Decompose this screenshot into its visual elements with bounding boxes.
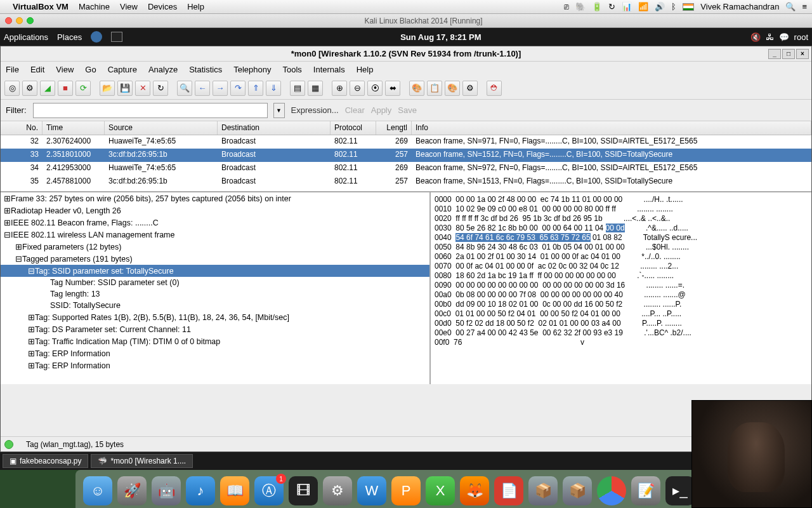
expression-button[interactable]: Expression... — [291, 105, 339, 115]
expand-icon[interactable]: ⊞ — [3, 206, 11, 215]
packet-bytes[interactable]: 0000 00 00 1a 00 2f 48 00 00 ec 74 1b 11… — [431, 192, 811, 384]
ws-menu-capture[interactable]: Capture — [108, 65, 137, 74]
expert-info-icon[interactable] — [4, 440, 13, 449]
timemachine-icon[interactable]: ↻ — [608, 2, 615, 11]
clock[interactable]: Sun Aug 17, 8:21 PM — [131, 32, 750, 42]
firefox-icon[interactable]: 🦊 — [460, 476, 489, 505]
autoscroll-button[interactable]: ▦ — [308, 81, 323, 96]
ibooks-icon[interactable]: 📖 — [220, 476, 249, 505]
chat-icon[interactable]: 💬 — [779, 32, 789, 42]
zoom-out-button[interactable]: ⊖ — [350, 81, 365, 96]
volume-mute-icon[interactable]: 🔇 — [750, 32, 761, 42]
ws-menu-edit[interactable]: Edit — [30, 65, 44, 74]
col-info[interactable]: Info — [412, 121, 811, 135]
powerpoint-icon[interactable]: P — [391, 476, 421, 505]
flag-icon[interactable] — [683, 3, 694, 11]
automator-icon[interactable]: 🤖 — [152, 476, 181, 505]
volume-icon[interactable]: 🔊 — [655, 2, 665, 11]
expand-icon[interactable]: ⊞ — [27, 337, 35, 346]
reload-button[interactable]: ↻ — [153, 81, 168, 96]
help-button[interactable]: ⛑ — [487, 81, 502, 96]
ws-minimize-button[interactable]: _ — [768, 49, 781, 59]
packet-list[interactable]: No. Time Source Destination Protocol Len… — [1, 121, 811, 192]
forward-button[interactable]: → — [213, 81, 228, 96]
places-menu[interactable]: Places — [57, 32, 82, 42]
expand-icon[interactable]: ⊞ — [3, 218, 11, 227]
bluetooth-icon[interactable]: ᛒ — [671, 2, 676, 11]
ws-menu-analyze[interactable]: Analyze — [148, 65, 178, 74]
minimize-button[interactable] — [16, 17, 23, 24]
zoom-reset-button[interactable]: ⦿ — [367, 81, 383, 96]
goto-button[interactable]: ↷ — [230, 81, 246, 96]
virtualbox-icon[interactable]: 📦 — [528, 476, 558, 505]
chrome-icon[interactable] — [597, 476, 626, 505]
terminal-app-icon[interactable]: ▸_ — [665, 476, 695, 505]
sysprefs-icon[interactable]: ⚙ — [323, 476, 352, 505]
back-button[interactable]: ← — [195, 81, 210, 96]
start-button[interactable]: ◢ — [40, 81, 55, 96]
close-button[interactable] — [5, 17, 12, 24]
ws-menu-help[interactable]: Help — [357, 65, 374, 74]
packet-row[interactable]: 332.3518010003c:df:bd:26:95:1bBroadcast8… — [1, 149, 811, 162]
menu-machine[interactable]: Machine — [79, 2, 110, 11]
menu-app[interactable]: VirtualBox VM — [13, 2, 69, 11]
filter-input[interactable] — [33, 103, 268, 118]
applications-menu[interactable]: Applications — [4, 32, 48, 42]
collapse-icon[interactable]: ⊟ — [3, 230, 11, 239]
col-dest[interactable]: Destination — [218, 121, 331, 135]
packet-details[interactable]: ⊞Frame 33: 257 bytes on wire (2056 bits)… — [1, 192, 431, 384]
last-button[interactable]: ⇓ — [266, 81, 281, 96]
kali-user[interactable]: root — [794, 32, 808, 42]
colorize-button[interactable]: ▤ — [290, 81, 305, 96]
menu-devices[interactable]: Devices — [148, 2, 177, 11]
collapse-icon[interactable]: ⊟ — [27, 266, 35, 276]
col-source[interactable]: Source — [105, 121, 218, 135]
pdf-icon[interactable]: 📄 — [494, 476, 523, 505]
task-terminal[interactable]: ▣ fakebeaconsap.py — [3, 454, 88, 468]
finder-icon[interactable]: ☺ — [83, 476, 112, 505]
packet-row[interactable]: 352.4578810003c:df:bd:26:95:1bBroadcast8… — [1, 175, 811, 189]
zoom-in-button[interactable]: ⊕ — [332, 81, 347, 96]
ws-menu-file[interactable]: File — [6, 65, 19, 74]
close-file-button[interactable]: ✕ — [135, 81, 150, 96]
col-len[interactable]: Lengtl — [376, 121, 412, 135]
restart-button[interactable]: ⟳ — [75, 81, 91, 96]
itunes-icon[interactable]: ♪ — [186, 476, 215, 505]
first-button[interactable]: ⇑ — [248, 81, 263, 96]
resize-cols-button[interactable]: ⬌ — [385, 81, 400, 96]
filter-dropdown[interactable]: ▼ — [273, 103, 285, 118]
battery-icon[interactable]: 🔋 — [592, 2, 602, 11]
stop-button[interactable]: ■ — [58, 81, 73, 96]
expand-icon[interactable]: ⊞ — [15, 242, 22, 251]
collapse-icon[interactable]: ⊟ — [15, 254, 22, 264]
terminal-icon[interactable] — [111, 32, 122, 42]
menubar-icon[interactable]: 📊 — [622, 2, 632, 11]
open-button[interactable]: 📂 — [100, 81, 115, 96]
expand-icon[interactable]: ⊞ — [27, 324, 35, 334]
find-button[interactable]: 🔍 — [177, 81, 192, 96]
display-filters-button[interactable]: 📋 — [427, 81, 442, 96]
expand-icon[interactable]: ⊞ — [3, 194, 11, 203]
word-icon[interactable]: W — [357, 476, 386, 505]
evernote-icon[interactable]: 🐘 — [575, 2, 586, 11]
expand-icon[interactable]: ⊞ — [27, 361, 35, 370]
prefs-button[interactable]: ⚙ — [462, 81, 478, 96]
ws-menu-tools[interactable]: Tools — [282, 65, 301, 74]
ws-close-button[interactable]: × — [796, 49, 809, 59]
network-icon[interactable]: 🖧 — [766, 32, 774, 42]
ws-menu-statistics[interactable]: Statistics — [189, 65, 222, 74]
ws-menu-go[interactable]: Go — [85, 65, 96, 74]
ws-menu-internals[interactable]: Internals — [313, 65, 345, 74]
ws-menu-view[interactable]: View — [56, 65, 74, 74]
ws-menu-telephony[interactable]: Telephony — [233, 65, 271, 74]
coloring-rules-button[interactable]: 🎨 — [445, 81, 460, 96]
task-wireshark[interactable]: 🦈 *mon0 [Wireshark 1.... — [91, 454, 193, 468]
appstore-icon[interactable]: Ⓐ1 — [254, 476, 284, 505]
clear-button[interactable]: Clear — [345, 105, 365, 115]
expand-icon[interactable]: ⊞ — [27, 312, 35, 322]
spotlight-icon[interactable]: 🔍 — [785, 2, 796, 11]
photos-icon[interactable]: 🎞 — [289, 476, 318, 505]
menu-icon[interactable]: ≡ — [802, 2, 807, 11]
interfaces-button[interactable]: ◎ — [4, 81, 20, 96]
expand-icon[interactable]: ⊞ — [27, 349, 35, 358]
